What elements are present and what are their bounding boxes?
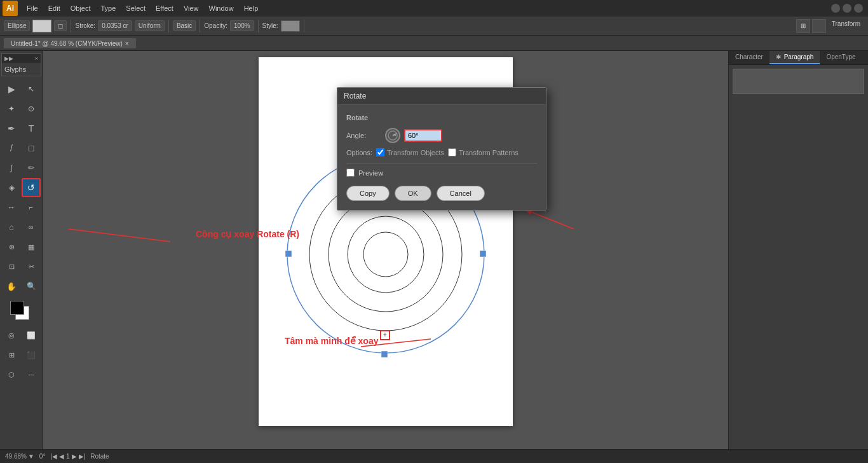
paintbrush-tool[interactable]: ∫ xyxy=(2,158,21,177)
direct-select-tool[interactable]: ↖ xyxy=(22,79,41,99)
tool-row-11: ✋ 🔍 xyxy=(2,277,41,296)
reshape-tool[interactable]: ⌂ xyxy=(2,218,21,237)
draw-mode[interactable]: ◎ xyxy=(2,326,21,345)
brush-type[interactable]: Basic xyxy=(173,20,196,31)
shape-selector[interactable]: Ellipse xyxy=(4,20,30,31)
angle-status: 0° xyxy=(39,453,46,460)
artboard-tool[interactable]: ⊡ xyxy=(2,257,21,276)
angle-label: Angle: xyxy=(346,132,381,139)
menu-select[interactable]: Select xyxy=(121,3,151,13)
swatches[interactable]: ⬛ xyxy=(22,345,41,364)
stroke-type[interactable]: Uniform xyxy=(135,20,165,31)
menu-edit[interactable]: Edit xyxy=(43,3,65,13)
pattern[interactable]: ⬡ xyxy=(2,365,21,384)
selection-tool[interactable]: ▶ xyxy=(2,79,21,99)
pen-tool[interactable]: ✒ xyxy=(2,119,21,138)
page-next-last[interactable]: ▶| xyxy=(79,453,86,460)
minimize-btn[interactable] xyxy=(831,4,840,13)
opacity-value[interactable]: 100% xyxy=(230,20,254,31)
page-prev[interactable]: ◀ xyxy=(59,453,64,460)
shear-tool[interactable]: ⌐ xyxy=(22,198,41,217)
fill-color[interactable] xyxy=(32,20,51,32)
tab-opentype[interactable]: OpenType xyxy=(820,51,862,64)
svg-rect-7 xyxy=(285,251,292,257)
shape-tool[interactable]: □ xyxy=(22,139,41,158)
rotate-tool[interactable]: ↺ xyxy=(22,178,41,197)
blend-tool[interactable]: ∞ xyxy=(22,218,41,237)
scale-tool[interactable]: ↔ xyxy=(2,198,21,217)
menu-file[interactable]: File xyxy=(22,3,43,13)
ok-button[interactable]: OK xyxy=(395,186,431,201)
tab-bar: Untitled-1* @ 49.68 % (CMYK/Preview) × xyxy=(0,36,868,51)
transform-label: Transform xyxy=(828,19,864,33)
pencil-tool[interactable]: ✏ xyxy=(22,158,41,177)
transform-objects-checkbox[interactable] xyxy=(376,148,384,156)
tool-row-1: ▶ ↖ xyxy=(2,79,41,99)
status-text: Rotate xyxy=(90,453,109,460)
menu-type[interactable]: Type xyxy=(96,3,121,13)
svg-line-14 xyxy=(526,210,574,229)
stroke-swatch[interactable] xyxy=(10,301,24,315)
hand-tool[interactable]: ✋ xyxy=(2,277,21,296)
menu-effect[interactable]: Effect xyxy=(151,3,179,13)
tab-character[interactable]: Character xyxy=(729,51,770,64)
close-btn[interactable] xyxy=(854,4,863,13)
maximize-btn[interactable] xyxy=(843,4,851,13)
cancel-button[interactable]: Cancel xyxy=(437,186,485,201)
svg-text:+: + xyxy=(383,331,387,338)
dialog-section: Rotate xyxy=(346,114,537,121)
menu-bar: Ai File Edit Object Type Select Effect V… xyxy=(0,0,868,17)
zoom-arrow[interactable]: ▼ xyxy=(28,453,34,460)
svg-point-3 xyxy=(348,216,424,293)
symbol-tool[interactable]: ⊛ xyxy=(2,237,21,256)
stroke-color[interactable]: ◻ xyxy=(54,20,67,31)
style-preview[interactable] xyxy=(281,20,300,32)
navigator[interactable]: ⊞ xyxy=(2,345,21,364)
type-tool[interactable]: T xyxy=(22,119,41,138)
screen-mode[interactable]: ⬜ xyxy=(22,326,41,345)
stroke-weight[interactable]: 0.0353 cr xyxy=(98,20,132,31)
page-prev-first[interactable]: |◀ xyxy=(50,453,57,460)
line-tool[interactable]: / xyxy=(2,139,21,158)
page-number[interactable]: 1 xyxy=(66,453,70,460)
options-row: Options: Transform Objects Transform Pat… xyxy=(346,148,537,156)
document-tab[interactable]: Untitled-1* @ 49.68 % (CMYK/Preview) × xyxy=(4,38,136,48)
transform-objects-group: Transform Objects xyxy=(376,148,444,156)
lasso-tool[interactable]: ⊙ xyxy=(22,99,41,118)
slice-tool[interactable]: ✂ xyxy=(22,257,41,276)
tool-row-mode: ◎ ⬜ xyxy=(2,326,41,345)
glyphs-close[interactable]: × xyxy=(35,55,38,62)
page-next[interactable]: ▶ xyxy=(72,453,77,460)
tab-title: Untitled-1* @ 49.68 % (CMYK/Preview) xyxy=(11,40,123,47)
glyphs-header: ▶▶ × xyxy=(2,54,41,63)
align-btn[interactable]: ⊞ xyxy=(796,19,810,33)
tab-paragraph[interactable]: ✱ Paragraph xyxy=(770,51,820,64)
eraser-tool[interactable]: ◈ xyxy=(2,178,21,197)
sep3 xyxy=(200,20,200,32)
transform-patterns-checkbox[interactable] xyxy=(448,148,456,156)
tab-close[interactable]: × xyxy=(125,40,129,47)
color-swatches xyxy=(10,301,33,322)
transform-btn[interactable] xyxy=(812,19,826,33)
right-panel: Character ✱ Paragraph OpenType xyxy=(728,51,868,449)
more[interactable]: ··· xyxy=(22,365,41,384)
angle-input[interactable] xyxy=(404,129,442,142)
options-label: Options: xyxy=(346,149,372,156)
toolbar: Ellipse ◻ Stroke: 0.0353 cr Uniform Basi… xyxy=(0,17,868,36)
magic-wand-tool[interactable]: ✦ xyxy=(2,99,21,118)
svg-rect-8 xyxy=(480,251,486,257)
column-graph-tool[interactable]: ▦ xyxy=(22,237,41,256)
zoom-tool[interactable]: 🔍 xyxy=(22,277,41,296)
glyphs-panel: ▶▶ × Glyphs xyxy=(1,53,41,76)
copy-button[interactable]: Copy xyxy=(346,186,390,201)
menu-help[interactable]: Help xyxy=(239,3,264,13)
preview-checkbox[interactable] xyxy=(346,169,355,177)
menu-object[interactable]: Object xyxy=(65,3,96,13)
menu-view[interactable]: View xyxy=(179,3,204,13)
page-nav: |◀ ◀ 1 ▶ ▶| xyxy=(50,453,85,460)
left-toolbar: ▶▶ × Glyphs ▶ ↖ ✦ ⊙ ✒ T / □ ∫ ✏ xyxy=(0,51,43,449)
transform-patterns-group: Transform Patterns xyxy=(448,148,519,156)
glyphs-expand[interactable]: ▶▶ xyxy=(4,55,13,62)
menu-window[interactable]: Window xyxy=(204,3,239,13)
panel-content xyxy=(729,65,868,449)
